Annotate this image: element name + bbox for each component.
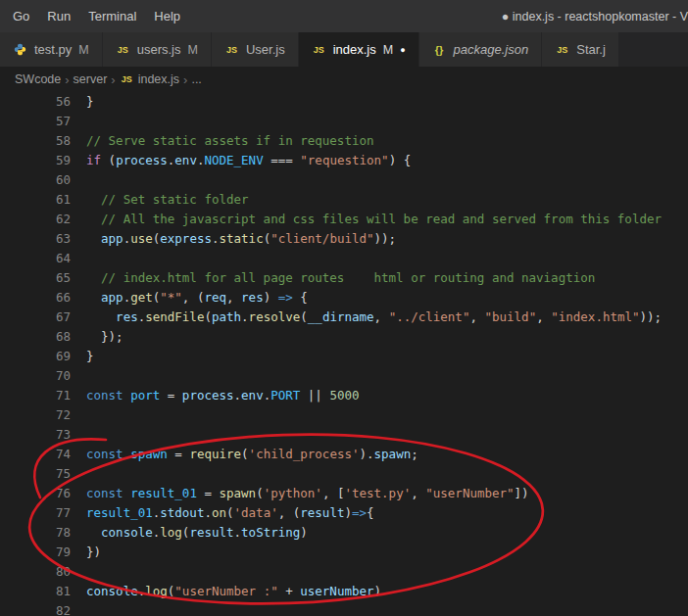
code-line[interactable]: 76const result_01 = spawn('python', ['te… [0, 484, 688, 503]
code-line[interactable]: 72 [0, 405, 688, 425]
line-number: 80 [0, 562, 71, 582]
code-line[interactable]: 60 [0, 170, 688, 190]
code-line[interactable]: 70 [0, 366, 688, 386]
breadcrumb: SWcode›server›JSindex.js›... [0, 67, 688, 92]
code-line[interactable]: 57 [0, 112, 688, 131]
line-number: 76 [0, 484, 71, 503]
code-text: const spawn = require('child_process').s… [71, 445, 418, 464]
tab-users.js[interactable]: JSusers.jsM [103, 32, 212, 67]
breadcrumb-item-[interactable]: ... [191, 72, 201, 86]
code-text: console.log("userNumber :" + userNumber) [71, 582, 381, 601]
git-modified-badge: M [383, 43, 393, 57]
code-line[interactable]: 62 // All the javascript and css files w… [0, 210, 688, 229]
code-line[interactable]: 63 app.use(express.static("client/build"… [0, 229, 688, 249]
code-line[interactable]: 67 res.sendFile(path.resolve(__dirname, … [0, 308, 688, 327]
menu-item-terminal[interactable]: Terminal [79, 0, 145, 32]
code-text [71, 366, 86, 386]
line-number: 82 [0, 601, 71, 616]
code-text [71, 112, 86, 131]
code-text [71, 601, 86, 616]
line-number: 62 [0, 210, 71, 229]
code-text [71, 405, 86, 425]
tab-label: index.js [333, 42, 376, 57]
code-text: const port = process.env.PORT || 5000 [71, 386, 360, 405]
line-number: 78 [0, 523, 71, 543]
code-text: }) [71, 543, 101, 562]
menu-item-help[interactable]: Help [145, 0, 189, 32]
code-line[interactable]: 68 }); [0, 327, 688, 347]
line-number: 57 [0, 112, 71, 131]
code-line[interactable]: 74const spawn = require('child_process')… [0, 445, 688, 464]
breadcrumb-label: SWcode [15, 72, 61, 86]
code-text: const result_01 = spawn('python', ['test… [71, 484, 529, 503]
code-line[interactable]: 80 [0, 562, 688, 582]
code-text: // All the javascript and css files will… [71, 210, 662, 229]
line-number: 56 [0, 92, 71, 112]
window-title: ● index.js - reactshopkomaster - V [494, 10, 688, 24]
menu-item-run[interactable]: Run [38, 0, 79, 32]
line-number: 69 [0, 347, 71, 366]
line-number: 67 [0, 308, 71, 327]
code-text [71, 464, 86, 484]
code-text [71, 425, 86, 445]
code-line[interactable]: 77result_01.stdout.on('data', (result)=>… [0, 503, 688, 523]
code-text: res.sendFile(path.resolve(__dirname, "..… [71, 308, 662, 327]
code-line[interactable]: 56} [0, 92, 688, 112]
breadcrumb-label: index.js [138, 72, 179, 86]
line-number: 75 [0, 464, 71, 484]
tab-package.json[interactable]: {}package.json [419, 32, 543, 67]
breadcrumb-item-SWcode[interactable]: SWcode [15, 72, 61, 86]
tab-index.js[interactable]: JSindex.jsM● [299, 32, 419, 67]
code-text: app.get("*", (req, res) => { [71, 288, 308, 308]
tab-bar: test.pyMJSusers.jsMJSUser.jsJSindex.jsM●… [0, 32, 688, 67]
code-text [71, 562, 86, 582]
git-modified-badge: M [78, 43, 88, 57]
line-number: 77 [0, 503, 71, 523]
line-number: 64 [0, 249, 71, 268]
code-line[interactable]: 81console.log("userNumber :" + userNumbe… [0, 582, 688, 601]
tab-test.py[interactable]: test.pyM [0, 32, 103, 67]
line-number: 59 [0, 151, 71, 170]
code-line[interactable]: 78 console.log(result.toString) [0, 523, 688, 543]
js-file-icon: JS [312, 42, 326, 57]
code-text: result_01.stdout.on('data', (result)=>{ [71, 503, 374, 523]
code-text: } [71, 92, 94, 112]
code-text: console.log(result.toString) [71, 523, 308, 543]
tab-Star.j[interactable]: JSStar.j [542, 32, 619, 67]
menu-item-go[interactable]: Go [0, 0, 38, 32]
line-number: 73 [0, 425, 71, 445]
code-line[interactable]: 59if (process.env.NODE_ENV === "requesti… [0, 151, 688, 170]
js-file-icon: JS [224, 42, 239, 57]
tab-User.js[interactable]: JSUser.js [212, 32, 299, 67]
code-line[interactable]: 71const port = process.env.PORT || 5000 [0, 386, 688, 405]
code-line[interactable]: 79}) [0, 543, 688, 562]
line-number: 71 [0, 386, 71, 405]
code-text [71, 170, 86, 190]
code-text [71, 249, 86, 268]
code-text: }); [71, 327, 123, 347]
code-line[interactable]: 64 [0, 249, 688, 268]
chevron-right-icon: › [107, 72, 119, 87]
code-line[interactable]: 73 [0, 425, 688, 445]
breadcrumb-item-server[interactable]: server [74, 72, 108, 86]
code-line[interactable]: 58// Serve static assets if in requestio… [0, 131, 688, 151]
line-number: 74 [0, 445, 71, 464]
tab-label: users.js [137, 42, 181, 57]
python-file-icon [13, 42, 27, 57]
title-bar: GoRunTerminalHelp ● index.js - reactshop… [0, 0, 688, 32]
json-file-icon: {} [432, 42, 447, 57]
js-file-icon: JS [120, 72, 134, 87]
line-number: 72 [0, 405, 71, 425]
code-line[interactable]: 65 // index.html for all page routes htm… [0, 268, 688, 288]
code-line[interactable]: 82 [0, 601, 688, 616]
code-area[interactable]: 56}5758// Serve static assets if in requ… [0, 92, 688, 616]
code-line[interactable]: 69} [0, 347, 688, 366]
code-line[interactable]: 61 // Set static folder [0, 190, 688, 210]
line-number: 63 [0, 229, 71, 249]
breadcrumb-item-indexjs[interactable]: JSindex.js [120, 72, 179, 87]
code-line[interactable]: 75 [0, 464, 688, 484]
breadcrumb-label: server [74, 72, 108, 86]
code-line[interactable]: 66 app.get("*", (req, res) => { [0, 288, 688, 308]
line-number: 70 [0, 366, 71, 386]
tab-label: User.js [246, 42, 285, 57]
